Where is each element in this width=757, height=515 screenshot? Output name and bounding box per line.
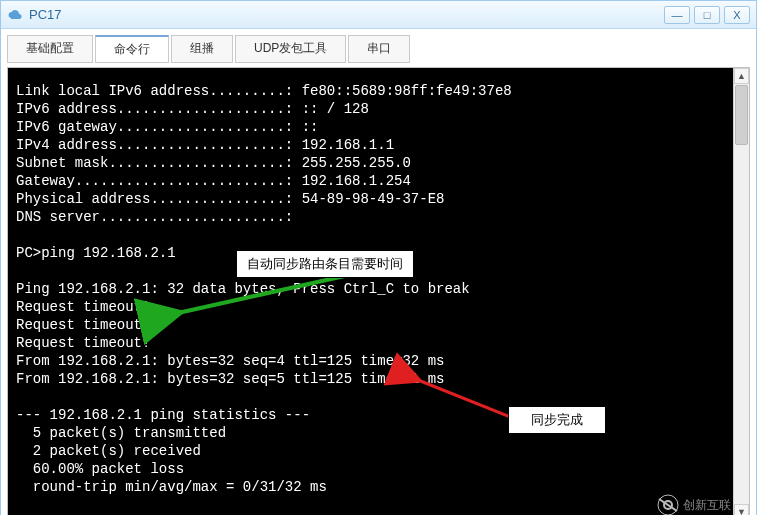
app-cloud-icon bbox=[7, 7, 23, 23]
scroll-up-button[interactable]: ▲ bbox=[734, 68, 749, 84]
watermark: 创新互联 bbox=[657, 494, 731, 515]
tab-serial[interactable]: 串口 bbox=[348, 35, 410, 63]
terminal-scrollbar[interactable]: ▲ ▼ bbox=[733, 68, 749, 515]
watermark-text: 创新互联 bbox=[683, 497, 731, 514]
terminal-container: Link local IPv6 address.........: fe80::… bbox=[7, 67, 750, 515]
watermark-logo-icon bbox=[657, 494, 679, 515]
tab-multicast[interactable]: 组播 bbox=[171, 35, 233, 63]
scroll-down-button[interactable]: ▼ bbox=[734, 504, 749, 515]
window-title: PC17 bbox=[29, 7, 664, 22]
annotation-label-sync-done: 同步完成 bbox=[508, 406, 606, 434]
client-area: 基础配置 命令行 组播 UDP发包工具 串口 Link local IPv6 a… bbox=[1, 29, 756, 515]
tab-bar: 基础配置 命令行 组播 UDP发包工具 串口 bbox=[7, 35, 750, 63]
maximize-button[interactable]: □ bbox=[694, 6, 720, 24]
tab-udp-tool[interactable]: UDP发包工具 bbox=[235, 35, 346, 63]
titlebar: PC17 — □ X bbox=[1, 1, 756, 29]
app-window: PC17 — □ X 基础配置 命令行 组播 UDP发包工具 串口 Link l… bbox=[0, 0, 757, 515]
annotation-label-sync-wait: 自动同步路由条目需要时间 bbox=[236, 250, 414, 278]
scroll-thumb[interactable] bbox=[735, 85, 748, 145]
minimize-button[interactable]: — bbox=[664, 6, 690, 24]
window-controls: — □ X bbox=[664, 6, 750, 24]
tab-command-line[interactable]: 命令行 bbox=[95, 35, 169, 63]
tab-basic-config[interactable]: 基础配置 bbox=[7, 35, 93, 63]
terminal[interactable]: Link local IPv6 address.........: fe80::… bbox=[8, 68, 734, 515]
close-button[interactable]: X bbox=[724, 6, 750, 24]
